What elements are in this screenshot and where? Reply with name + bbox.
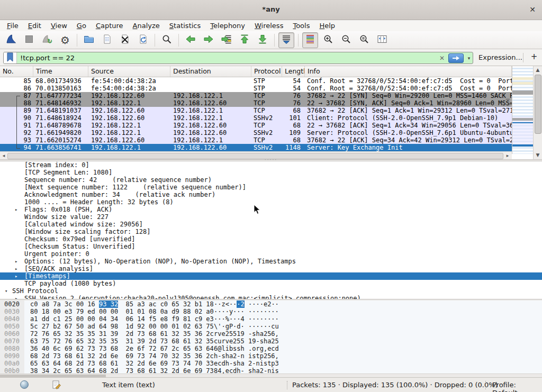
go-first-button[interactable] [237,32,252,48]
detail-line[interactable]: [Window size scaling factor: 128] [0,228,542,235]
collapse-icon[interactable]: ▾ [5,287,7,295]
column-header-info[interactable]: Info [305,66,512,77]
detail-line[interactable]: [Stream index: 0] [0,161,542,169]
packet-row-85[interactable]: 8568.001734936fe:54:00:d4:38:2aSTP54Conf… [0,77,512,85]
restart-capture-button[interactable]: ↻ [39,32,55,48]
intelligent-scrollbar-minimap[interactable] [512,66,533,154]
zoom-out-button[interactable] [338,32,354,48]
expand-icon[interactable]: ▸ [15,206,17,213]
window-close-icon[interactable]: ✕ [527,4,538,15]
expert-info-icon[interactable] [20,380,29,389]
vscroll-thumb[interactable] [535,75,541,134]
detail-line[interactable]: ▸Options: (12 bytes), No-Operation (NOP)… [0,258,542,265]
packet-row-87[interactable]: 8771.647777234192.168.122.60192.168.122.… [0,92,512,99]
menu-edit[interactable]: Edit [23,22,46,30]
menu-analyze[interactable]: Analyze [128,22,165,30]
detail-line[interactable]: Checksum: 0x79ed [unverified] [0,235,542,243]
detail-line[interactable]: Acknowledgment number: 34 (relative ack … [0,191,542,198]
capture-comment-icon[interactable] [52,380,61,389]
packet-row-86[interactable]: 8670.013850163fe:54:00:d4:38:2aSTP54Conf… [0,85,512,92]
expand-icon[interactable]: ▸ [15,272,17,280]
detail-line[interactable]: 1000 .... = Header Length: 32 bytes (8) [0,198,542,206]
find-packet-button[interactable] [159,32,175,48]
reload-file-button[interactable] [135,32,151,48]
menu-file[interactable]: File [2,22,23,30]
packet-row-93[interactable]: 9371.662015274192.168.122.60192.168.122.… [0,136,512,144]
packet-row-92[interactable]: 9271.661949820192.168.122.1192.168.122.6… [0,129,512,136]
expand-icon[interactable]: ▸ [15,265,17,272]
detail-line[interactable]: ▸Flags: 0x018 (PSH, ACK) [0,206,542,213]
hex-row[interactable]: 00505c 27 b2 67 50 ad 64 98 1d 92 00 00 … [0,323,542,330]
detail-line[interactable]: ▾SSH Protocol [0,287,542,295]
zoom-in-button[interactable] [320,32,336,48]
packet-row-94[interactable]: 9471.663856741192.168.122.1192.168.122.6… [0,144,512,151]
open-file-button[interactable] [81,32,97,48]
menu-tools[interactable]: Tools [288,22,314,30]
menu-view[interactable]: View [46,22,72,30]
packet-row-88[interactable]: 8871.648146932192.168.122.1192.168.122.6… [0,99,512,107]
packet-row-91[interactable]: 9171.648789678192.168.122.1192.168.122.6… [0,122,512,129]
auto-scroll-button[interactable] [278,32,294,48]
filter-dropdown-icon[interactable]: ▾ [465,56,473,61]
packet-row-89[interactable]: 8971.648191037192.168.122.60192.168.122.… [0,107,512,114]
go-back-button[interactable] [183,32,198,48]
filter-apply-button[interactable] [448,53,464,63]
hex-row[interactable]: 0040a1 dd c1 25 00 00 04 34 06 14 f5 e8 … [0,315,542,323]
hex-row[interactable]: 009068 2d 73 68 61 32 2d 6e 69 73 74 70 … [0,352,542,360]
filter-clear-icon[interactable]: ✕ [437,54,447,62]
menu-statistics[interactable]: Statistics [165,22,205,30]
menu-telephony[interactable]: Telephony [205,22,250,30]
menu-help[interactable]: Help [314,22,340,30]
packet-row-90[interactable]: 9071.648618924192.168.122.60192.168.122.… [0,114,512,122]
filter-bookmark-button[interactable] [4,52,17,63]
expression-button[interactable]: Expression... [478,53,522,61]
menu-wireless[interactable]: Wireless [250,22,288,30]
column-header-no[interactable]: No. [0,66,33,77]
hex-row[interactable]: 008036 40 6c 69 62 73 73 68 2e 6f 72 67 … [0,345,542,352]
resize-columns-button[interactable] [374,32,390,48]
detail-line[interactable]: Sequence number: 42 (relative sequence n… [0,176,542,184]
scroll-up-icon[interactable]: ▲ [534,67,542,74]
hex-row[interactable]: 003080 18 00 e3 79 ed 00 00 01 01 08 0a … [0,308,542,315]
packet-details-pane: [Stream index: 0][TCP Segment Len: 1080]… [0,161,542,299]
detail-line[interactable]: ▸[SEQ/ACK analysis] [0,265,542,272]
stop-capture-button[interactable] [21,32,37,48]
menu-capture[interactable]: Capture [91,22,128,30]
menu-go[interactable]: Go [72,22,91,30]
column-header-time[interactable]: Time [33,66,88,77]
bytes-hscrollbar[interactable] [0,373,542,377]
column-header-length[interactable]: Length [282,66,305,77]
go-last-button[interactable] [255,32,270,48]
status-profile[interactable]: Profile: Default [492,381,542,392]
hex-row[interactable]: 006072 76 65 32 35 35 31 39 2d 73 68 61 … [0,330,542,338]
hex-row[interactable]: 007063 75 72 76 65 32 35 35 31 39 2d 73 … [0,338,542,345]
colorize-button[interactable] [302,32,318,48]
zoom-original-button[interactable] [356,32,372,48]
column-header-source[interactable]: Source [88,66,170,77]
detail-line[interactable]: [TCP Segment Len: 1080] [0,169,542,176]
hex-row[interactable]: 00a065 63 64 68 2d 73 68 61 32 2d 6e 69 … [0,360,542,367]
detail-line[interactable]: [Calculated window size: 29056] [0,221,542,228]
start-capture-button[interactable] [3,32,19,48]
packet-list-vscrollbar[interactable]: ▲ ▼ [533,66,542,159]
capture-options-button[interactable]: ⚙ [57,32,73,48]
go-to-packet-button[interactable] [219,32,234,48]
hex-row[interactable]: 0020c0 a8 7a 3c 00 16 93 32 85 a3 ac c0 … [0,300,542,308]
display-filter-input[interactable]: !tcp.port == 22 [17,54,437,62]
column-header-destination[interactable]: Destination [170,66,251,77]
detail-line[interactable]: TCP payload (1080 bytes) [0,280,542,287]
detail-line[interactable]: Window size value: 227 [0,213,542,221]
expand-icon[interactable]: ▸ [15,258,17,265]
column-header-protocol[interactable]: Protocol [251,66,282,77]
add-filter-button[interactable]: + [529,52,539,62]
save-file-button[interactable] [99,32,115,48]
detail-line[interactable]: ▸[Timestamps] [0,272,542,280]
close-file-button[interactable] [117,32,133,48]
display-filter-field[interactable]: !tcp.port == 22 ✕ ▾ [3,52,473,64]
hex-row[interactable]: 00b038 34 2c 65 63 64 68 2d 73 68 61 32 … [0,367,542,373]
detail-line[interactable]: [Checksum Status: Unverified] [0,243,542,250]
zoom-original-icon [358,33,370,47]
detail-line[interactable]: Urgent pointer: 0 [0,250,542,258]
detail-line[interactable]: [Next sequence number: 1122 (relative se… [0,184,542,191]
go-forward-button[interactable] [201,32,216,48]
